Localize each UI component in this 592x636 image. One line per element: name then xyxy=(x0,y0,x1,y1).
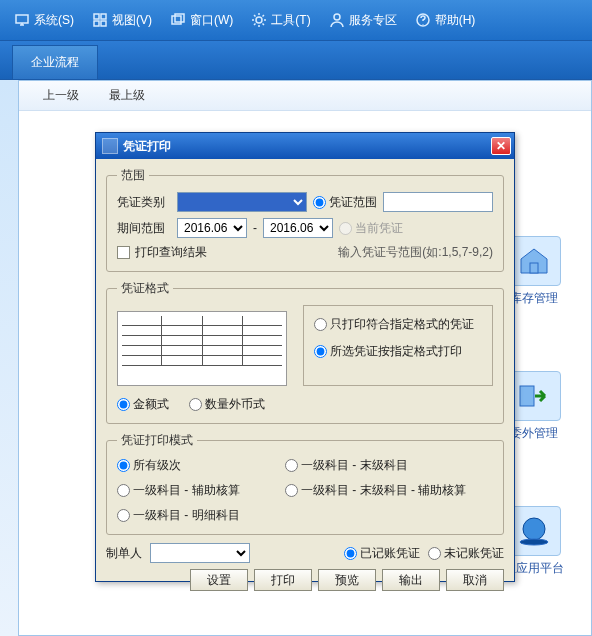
gear-icon xyxy=(251,12,267,28)
menu-help[interactable]: 帮助(H) xyxy=(409,8,482,33)
export-button[interactable]: 输出 xyxy=(382,569,440,591)
settings-button[interactable]: 设置 xyxy=(190,569,248,591)
svg-rect-6 xyxy=(175,14,184,22)
menu-label: 视图(V) xyxy=(112,12,152,29)
svg-rect-4 xyxy=(101,21,106,26)
arrow-out-icon xyxy=(507,371,561,421)
close-button[interactable]: ✕ xyxy=(491,137,511,155)
qtyfx-radio[interactable]: 数量外币式 xyxy=(189,396,265,413)
svg-rect-5 xyxy=(172,16,181,24)
svg-rect-3 xyxy=(94,21,99,26)
menu-window[interactable]: 窗口(W) xyxy=(164,8,239,33)
menu-label: 工具(T) xyxy=(271,12,310,29)
mode-l1-detail-radio[interactable]: 一级科目 - 明细科目 xyxy=(117,507,240,524)
svg-rect-0 xyxy=(16,15,28,23)
period-to-combo[interactable]: 2016.06 xyxy=(263,218,333,238)
dialog-title: 凭证打印 xyxy=(123,138,171,155)
radio-label: 所选凭证按指定格式打印 xyxy=(330,344,462,358)
menu-service[interactable]: 服务专区 xyxy=(323,8,403,33)
grid-icon xyxy=(92,12,108,28)
mode-all-radio[interactable]: 所有级次 xyxy=(117,457,267,474)
monitor-icon xyxy=(14,12,30,28)
globe-icon xyxy=(507,506,561,556)
mode-l1-aux-radio[interactable]: 一级科目 - 辅助核算 xyxy=(117,482,267,499)
voucher-type-combo[interactable] xyxy=(177,192,307,212)
menu-tools[interactable]: 工具(T) xyxy=(245,8,316,33)
radio-label: 一级科目 - 辅助核算 xyxy=(133,482,240,499)
menu-system[interactable]: 系统(S) xyxy=(8,8,80,33)
radio-label: 所有级次 xyxy=(133,457,181,474)
voucher-pattern-preview xyxy=(117,311,287,386)
period-from-combo[interactable]: 2016.06 xyxy=(177,218,247,238)
radio-label: 金额式 xyxy=(133,397,169,411)
menu-label: 窗口(W) xyxy=(190,12,233,29)
svg-point-8 xyxy=(334,14,340,20)
svg-point-13 xyxy=(520,539,548,545)
voucher-print-dialog: 凭证打印 ✕ 范围 凭证类别 凭证范围 期间范围 2016.06 - 2016.… xyxy=(95,132,515,582)
range-input[interactable] xyxy=(383,192,493,212)
dash: - xyxy=(253,221,257,235)
tab-strip: 企业流程 xyxy=(0,40,592,80)
person-icon xyxy=(329,12,345,28)
range-hint: 输入凭证号范围(如:1,5,7-9,2) xyxy=(338,244,493,261)
button-bar: 设置 打印 预览 输出 取消 xyxy=(106,569,504,591)
radio-label: 已记账凭证 xyxy=(360,546,420,560)
menu-label: 服务专区 xyxy=(349,12,397,29)
maker-label: 制单人 xyxy=(106,545,142,562)
mode-group: 凭证打印模式 所有级次 一级科目 - 末级科目 一级科目 - 辅助核算 一级科目… xyxy=(106,432,504,535)
mode-l1-end-radio[interactable]: 一级科目 - 末级科目 xyxy=(285,457,408,474)
workflow-breadcrumb: 上一级 最上级 xyxy=(19,81,591,111)
bottom-row: 制单人 已记账凭证 未记账凭证 xyxy=(106,543,504,563)
svg-rect-2 xyxy=(101,14,106,19)
format-options: 只打印符合指定格式的凭证 所选凭证按指定格式打印 xyxy=(303,305,493,386)
current-radio: 当前凭证 xyxy=(339,220,403,237)
format-legend: 凭证格式 xyxy=(117,280,173,297)
svg-point-7 xyxy=(256,17,262,23)
radio-label: 一级科目 - 末级科目 - 辅助核算 xyxy=(301,482,466,499)
nav-top[interactable]: 最上级 xyxy=(109,87,145,104)
menubar: 系统(S) 视图(V) 窗口(W) 工具(T) 服务专区 帮助(H) xyxy=(0,0,592,40)
scope-group: 范围 凭证类别 凭证范围 期间范围 2016.06 - 2016.06 当前凭证… xyxy=(106,167,504,272)
scope-legend: 范围 xyxy=(117,167,149,184)
radio-label: 一级科目 - 明细科目 xyxy=(133,507,240,524)
house-icon xyxy=(507,236,561,286)
dialog-titlebar[interactable]: 凭证打印 ✕ xyxy=(96,133,514,159)
format-group: 凭证格式 只打印符合指定格式的凭证 所选凭证按指定格式打印 xyxy=(106,280,504,424)
menu-label: 帮助(H) xyxy=(435,12,476,29)
nav-up[interactable]: 上一级 xyxy=(43,87,79,104)
amount-radio[interactable]: 金额式 xyxy=(117,396,169,413)
dialog-icon xyxy=(102,138,118,154)
tab-enterprise-flow[interactable]: 企业流程 xyxy=(12,45,98,79)
maker-combo[interactable] xyxy=(150,543,250,563)
help-icon xyxy=(415,12,431,28)
radio-label: 数量外币式 xyxy=(205,397,265,411)
cancel-button[interactable]: 取消 xyxy=(446,569,504,591)
voucher-type-label: 凭证类别 xyxy=(117,194,171,211)
radio-label: 当前凭证 xyxy=(355,221,403,235)
svg-rect-1 xyxy=(94,14,99,19)
posted-radio[interactable]: 已记账凭证 xyxy=(344,545,420,562)
windows-icon xyxy=(170,12,186,28)
mode-l1-end-aux-radio[interactable]: 一级科目 - 末级科目 - 辅助核算 xyxy=(285,482,466,499)
radio-label: 只打印符合指定格式的凭证 xyxy=(330,317,474,331)
checkbox-label: 打印查询结果 xyxy=(135,244,207,261)
unposted-radio[interactable]: 未记账凭证 xyxy=(428,545,504,562)
print-query-checkbox[interactable]: 打印查询结果 xyxy=(117,244,207,261)
print-button[interactable]: 打印 xyxy=(254,569,312,591)
svg-point-12 xyxy=(523,518,545,540)
preview-button[interactable]: 预览 xyxy=(318,569,376,591)
radio-label: 未记账凭证 xyxy=(444,546,504,560)
range-radio[interactable]: 凭证范围 xyxy=(313,194,377,211)
svg-rect-11 xyxy=(520,386,534,406)
opt-force-radio[interactable]: 所选凭证按指定格式打印 xyxy=(314,343,482,360)
menu-label: 系统(S) xyxy=(34,12,74,29)
radio-label: 凭证范围 xyxy=(329,195,377,209)
period-label: 期间范围 xyxy=(117,220,171,237)
opt-match-radio[interactable]: 只打印符合指定格式的凭证 xyxy=(314,316,482,333)
svg-rect-10 xyxy=(530,263,538,273)
radio-label: 一级科目 - 末级科目 xyxy=(301,457,408,474)
menu-view[interactable]: 视图(V) xyxy=(86,8,158,33)
mode-legend: 凭证打印模式 xyxy=(117,432,197,449)
